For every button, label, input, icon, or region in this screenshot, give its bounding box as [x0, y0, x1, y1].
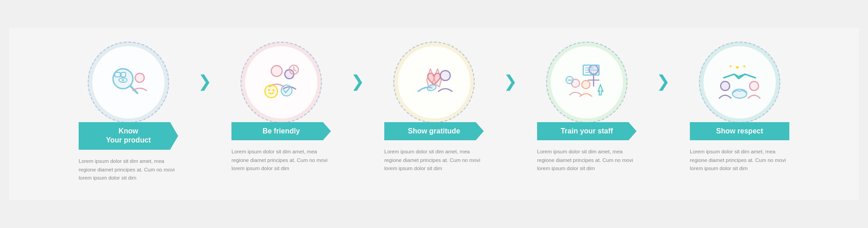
chevron-1: ❯: [196, 42, 213, 90]
svg-point-16: [440, 71, 450, 81]
svg-point-9: [265, 85, 278, 98]
step-3-circle: [393, 42, 475, 123]
step-4-label: Train your staff: [537, 122, 637, 141]
chevron-icon-1: ❯: [198, 73, 212, 90]
step-wrapper-5: ✦ ✦ ✦ Show respect Lorem ipsum dolor sit…: [672, 42, 807, 173]
step-1-description: Lorem ipsum dolor sit dim amet, mea regi…: [79, 157, 178, 182]
svg-point-12: [281, 85, 292, 96]
step-2-description: Lorem ipsum dolor sit dim amet, mea regi…: [231, 147, 331, 172]
step-5-description: Lorem ipsum dolor sit dim amet, mea regi…: [690, 147, 789, 172]
step-1-icon: [92, 46, 165, 119]
step-2-label: Be friendly: [231, 122, 331, 141]
step-know-your-product: KnowYour product Lorem ipsum dolor sit d…: [61, 42, 196, 182]
step-3-icon: [398, 46, 470, 119]
step-show-respect: ✦ ✦ ✦ Show respect Lorem ipsum dolor sit…: [672, 42, 807, 173]
svg-point-11: [273, 89, 274, 91]
chevron-2: ❯: [349, 42, 366, 90]
step-show-gratitude: Show gratitude Lorem ipsum dolor sit dim…: [366, 42, 502, 173]
chevron-4: ❯: [655, 42, 672, 90]
step-wrapper-4: Train your staff Lorem ipsum dolor sit d…: [519, 42, 672, 173]
step-wrapper-2: Be friendly Lorem ipsum dolor sit dim am…: [213, 42, 366, 173]
chevron-icon-3: ❯: [504, 73, 517, 90]
step-5-label: Show respect: [690, 122, 789, 141]
svg-point-26: [582, 81, 590, 89]
svg-text:✦: ✦: [742, 64, 746, 69]
be-friendly-icon: [254, 55, 308, 109]
show-respect-icon: ✦ ✦ ✦: [712, 55, 767, 109]
step-wrapper-3: Show gratitude Lorem ipsum dolor sit dim…: [366, 42, 519, 173]
step-4-description: Lorem ipsum dolor sit dim amet, mea regi…: [537, 147, 637, 172]
step-1-circle: [88, 42, 169, 123]
svg-point-7: [271, 66, 282, 76]
step-3-description: Lorem ipsum dolor sit dim amet, mea regi…: [384, 147, 484, 172]
step-2-circle: [241, 42, 322, 123]
step-3-label: Show gratitude: [384, 122, 484, 141]
step-train-your-staff: Train your staff Lorem ipsum dolor sit d…: [519, 42, 655, 173]
svg-point-30: [750, 81, 759, 90]
step-4-icon: [551, 46, 623, 119]
step-5-icon: ✦ ✦ ✦: [703, 46, 776, 119]
show-gratitude-icon: [407, 55, 461, 109]
step-wrapper-1: KnowYour product Lorem ipsum dolor sit d…: [61, 42, 213, 182]
svg-text:✦: ✦: [729, 64, 732, 69]
step-4-circle: [546, 42, 627, 123]
chevron-icon-2: ❯: [351, 73, 364, 90]
infographic-container: KnowYour product Lorem ipsum dolor sit d…: [9, 28, 859, 200]
know-product-icon: [101, 55, 156, 109]
svg-point-2: [135, 73, 144, 82]
chevron-3: ❯: [502, 42, 519, 90]
step-1-label: KnowYour product: [79, 122, 178, 150]
svg-point-29: [721, 81, 730, 90]
svg-text:✦: ✦: [735, 64, 740, 71]
svg-point-10: [268, 89, 270, 91]
step-be-friendly: Be friendly Lorem ipsum dolor sit dim am…: [213, 42, 349, 173]
step-5-circle: ✦ ✦ ✦: [699, 42, 780, 123]
svg-point-6: [122, 79, 124, 81]
chevron-icon-4: ❯: [656, 73, 670, 90]
svg-point-31: [732, 89, 747, 98]
step-2-icon: [245, 46, 317, 119]
train-staff-icon: [560, 55, 614, 109]
